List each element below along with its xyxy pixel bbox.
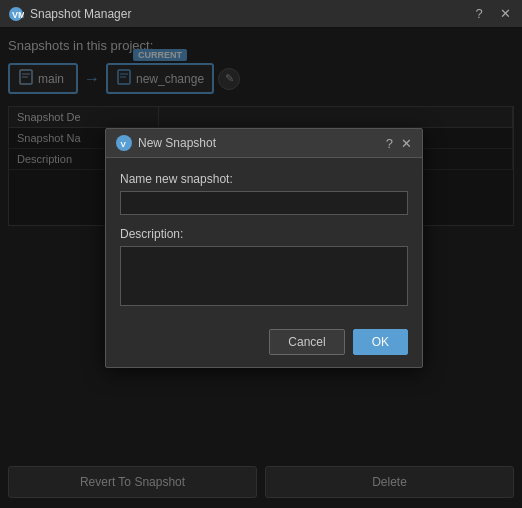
ok-button[interactable]: OK <box>353 329 408 355</box>
app-icon: VM <box>8 6 24 22</box>
dialog-body: Name new snapshot: Description: <box>106 158 422 321</box>
new-snapshot-dialog: V New Snapshot ? ✕ Name new snapshot: De… <box>105 128 423 368</box>
dialog-help-button[interactable]: ? <box>386 136 393 151</box>
dialog-footer: Cancel OK <box>106 321 422 367</box>
window-title: Snapshot Manager <box>30 7 131 21</box>
close-button[interactable]: ✕ <box>496 6 514 21</box>
dialog-title-text: New Snapshot <box>138 136 216 150</box>
title-bar-controls: ? ✕ <box>470 6 514 21</box>
help-button[interactable]: ? <box>470 6 488 21</box>
description-input[interactable] <box>120 246 408 306</box>
svg-text:V: V <box>121 140 127 149</box>
dialog-app-icon: V <box>116 135 132 151</box>
dialog-close-button[interactable]: ✕ <box>401 136 412 151</box>
dialog-title-bar: V New Snapshot ? ✕ <box>106 129 422 158</box>
title-bar: VM Snapshot Manager ? ✕ <box>0 0 522 28</box>
description-label: Description: <box>120 227 408 241</box>
svg-text:VM: VM <box>12 10 24 20</box>
name-input[interactable] <box>120 191 408 215</box>
title-bar-left: VM Snapshot Manager <box>8 6 131 22</box>
dialog-controls: ? ✕ <box>386 136 412 151</box>
cancel-button[interactable]: Cancel <box>269 329 344 355</box>
dialog-title-left: V New Snapshot <box>116 135 216 151</box>
name-label: Name new snapshot: <box>120 172 408 186</box>
main-content: Snapshots in this project: main → CURREN… <box>0 28 522 508</box>
